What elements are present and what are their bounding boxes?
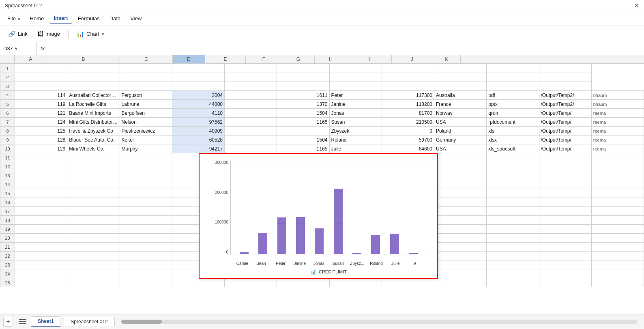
cell[interactable] <box>15 82 67 91</box>
cell[interactable] <box>15 171 67 180</box>
cell[interactable] <box>539 225 591 234</box>
cell[interactable] <box>487 234 539 243</box>
cell[interactable] <box>434 180 487 189</box>
cell[interactable]: Ferguson <box>120 91 172 100</box>
cell[interactable]: 1165 <box>277 144 329 153</box>
cell[interactable]: /Output/Temp/ <box>539 118 591 127</box>
cell[interactable]: bhaum <box>591 91 644 100</box>
cell[interactable]: 94217 <box>172 144 224 153</box>
cell[interactable] <box>225 127 277 135</box>
cell[interactable] <box>15 269 67 278</box>
cell[interactable] <box>225 73 277 82</box>
cell[interactable]: qrun <box>487 109 539 118</box>
cell[interactable] <box>539 269 591 278</box>
col-header-a[interactable]: A <box>15 55 47 63</box>
cell[interactable]: 128 <box>15 135 67 144</box>
col-header-j[interactable]: J <box>392 55 432 63</box>
col-header-c[interactable]: C <box>120 55 173 63</box>
cell[interactable]: Murphy <box>120 144 172 153</box>
cell[interactable] <box>225 109 277 118</box>
cell[interactable]: /Output/Temp/ <box>539 109 591 118</box>
cell[interactable] <box>434 252 487 260</box>
cell[interactable] <box>591 180 644 189</box>
cell[interactable] <box>539 207 591 216</box>
cell[interactable] <box>67 252 120 260</box>
close-button[interactable]: ✕ <box>634 2 639 9</box>
col-header-h[interactable]: H <box>315 55 347 63</box>
cell[interactable] <box>329 73 382 82</box>
cell[interactable]: 1504 <box>277 109 329 118</box>
cell[interactable] <box>15 73 67 82</box>
cell[interactable] <box>67 171 120 180</box>
cell[interactable] <box>277 127 329 135</box>
cell[interactable] <box>67 64 120 73</box>
cell[interactable] <box>434 198 487 207</box>
cell[interactable]: /Output/Temp2/ <box>539 100 591 109</box>
cell[interactable] <box>225 135 277 144</box>
cell[interactable] <box>15 243 67 252</box>
cell[interactable] <box>487 82 539 91</box>
cell[interactable] <box>591 234 644 243</box>
cell[interactable]: /Output/Temp/ <box>539 127 591 135</box>
menu-data[interactable]: Data <box>105 14 125 23</box>
cell[interactable]: /Output/Temp2/ <box>539 91 591 100</box>
sheet-tab-sheet1[interactable]: Sheet1 <box>31 316 60 327</box>
cell[interactable]: 1504 <box>277 135 329 144</box>
cell[interactable] <box>487 180 539 189</box>
cell[interactable] <box>487 189 539 198</box>
cell[interactable] <box>487 269 539 278</box>
cell[interactable] <box>487 225 539 234</box>
col-header-g[interactable]: G <box>282 55 315 63</box>
cell[interactable] <box>434 243 487 252</box>
cell[interactable]: Blauer See Auto, Co. <box>67 135 120 144</box>
cell[interactable] <box>120 252 172 260</box>
cell[interactable] <box>67 269 120 278</box>
cell[interactable] <box>539 252 591 260</box>
cell[interactable] <box>277 278 329 287</box>
cell[interactable]: pdf <box>487 91 539 100</box>
cell[interactable]: 44000 <box>172 100 224 109</box>
menu-home[interactable]: Home <box>26 14 48 23</box>
cell[interactable]: Roland <box>329 135 382 144</box>
cell[interactable] <box>120 162 172 171</box>
cell[interactable]: 60528 <box>172 135 224 144</box>
col-header-f[interactable]: F <box>246 55 282 63</box>
cell[interactable] <box>591 207 644 216</box>
cell[interactable] <box>120 260 172 269</box>
cell[interactable]: xls <box>487 127 539 135</box>
cell[interactable] <box>487 207 539 216</box>
cell[interactable] <box>67 73 120 82</box>
chart-overlay[interactable]: 300000 200000 100000 0 <box>199 153 438 279</box>
cell[interactable] <box>67 225 120 234</box>
cell[interactable] <box>277 64 329 73</box>
cell[interactable] <box>539 162 591 171</box>
cell[interactable] <box>67 260 120 269</box>
menu-formulas[interactable]: Formulas <box>74 14 104 23</box>
cell[interactable] <box>67 216 120 225</box>
cell[interactable] <box>591 216 644 225</box>
cell[interactable] <box>225 91 277 100</box>
cell[interactable] <box>434 207 487 216</box>
cell[interactable] <box>120 198 172 207</box>
menu-insert[interactable]: Insert <box>49 13 72 24</box>
cell[interactable] <box>120 73 172 82</box>
cell[interactable] <box>539 260 591 269</box>
cell[interactable]: Nelson <box>120 118 172 127</box>
cell[interactable] <box>120 269 172 278</box>
cell[interactable]: Jonas <box>329 109 382 118</box>
cell[interactable]: 1611 <box>277 91 329 100</box>
cell[interactable]: bhaum <box>591 100 644 109</box>
cell[interactable] <box>120 180 172 189</box>
cell[interactable] <box>539 234 591 243</box>
cell[interactable] <box>539 64 591 73</box>
cell[interactable] <box>487 260 539 269</box>
cell[interactable]: Keitel <box>120 135 172 144</box>
cell[interactable] <box>120 189 172 198</box>
cell[interactable]: Peter <box>329 91 382 100</box>
cell[interactable] <box>120 225 172 234</box>
cell[interactable] <box>434 189 487 198</box>
cell[interactable] <box>539 243 591 252</box>
cell[interactable] <box>120 153 172 162</box>
cell[interactable] <box>487 162 539 171</box>
cell[interactable] <box>172 73 224 82</box>
